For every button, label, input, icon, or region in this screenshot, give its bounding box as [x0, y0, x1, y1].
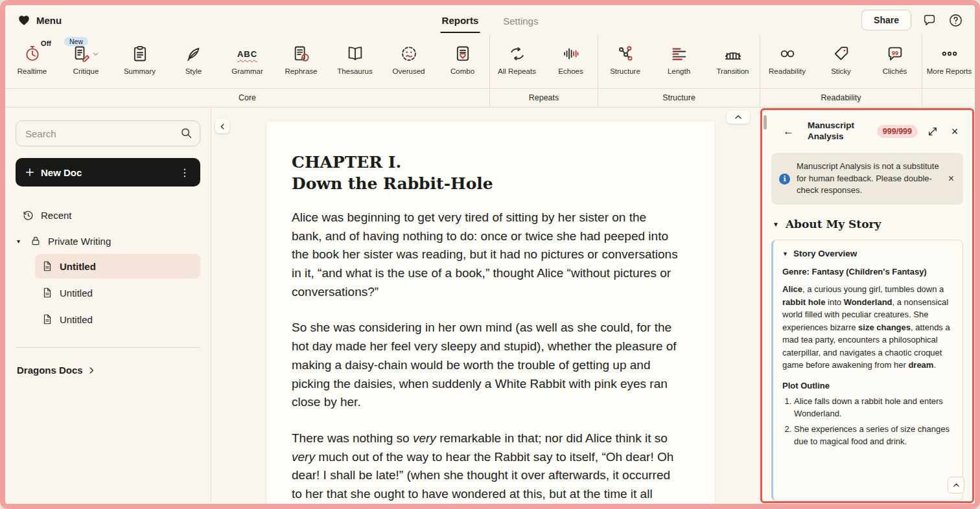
toolbar-item-more-reports[interactable]: More Reports: [922, 43, 976, 75]
toolbar-item-style[interactable]: Style: [167, 43, 220, 75]
caret-down-icon[interactable]: ▾: [17, 238, 23, 245]
toolbar-item-transition[interactable]: Transition: [706, 43, 760, 75]
search-icon[interactable]: [180, 126, 193, 142]
doc-item-untitled-2[interactable]: Untitled: [35, 280, 200, 305]
expand-icon[interactable]: [926, 124, 940, 139]
group-caption-core: Core: [5, 88, 489, 107]
feedback-bubble-icon[interactable]: [922, 12, 937, 28]
sidebar-item-recent[interactable]: Recent: [16, 202, 200, 228]
about-my-story-section[interactable]: ▼ About My Story: [773, 218, 962, 231]
app-logo-icon: [17, 13, 31, 27]
chevron-up-icon: [734, 113, 743, 122]
chevron-up-icon: [952, 481, 961, 490]
plot-item: Alice falls down a rabbit hole and enter…: [794, 396, 953, 420]
back-icon[interactable]: ←: [783, 125, 797, 138]
sidebar-divider: [16, 347, 200, 348]
quote-bubble-icon: 99: [886, 43, 904, 64]
history-icon: [22, 209, 34, 221]
caret-down-icon: ▼: [773, 221, 779, 228]
bridge-icon: [724, 43, 742, 64]
new-doc-button[interactable]: New Doc ⋮: [16, 158, 200, 187]
caret-down-icon: ▼: [782, 251, 788, 257]
toolbar-group-repeats: All Repeats Echoes Repeats: [490, 35, 598, 107]
app-window: Menu Reports Settings Share Off Realtime: [0, 0, 980, 509]
menu-button[interactable]: Menu: [17, 13, 62, 27]
toolbar-item-summary[interactable]: Summary: [113, 43, 167, 75]
clipboard-icon: [131, 43, 149, 64]
help-icon[interactable]: [948, 12, 963, 28]
toolbar-item-readability[interactable]: Readability: [760, 43, 814, 75]
info-icon: i: [779, 174, 790, 185]
toolbar-item-thesaurus[interactable]: Thesaurus: [328, 43, 382, 75]
toolbar-item-realtime[interactable]: Off Realtime: [5, 43, 59, 75]
doc-item-untitled-1[interactable]: Untitled: [35, 254, 200, 278]
repeat-arrows-icon: [508, 43, 526, 64]
search-input[interactable]: [16, 120, 200, 146]
toolbar-group-more: More Reports: [922, 35, 976, 107]
stopwatch-icon: [23, 43, 41, 64]
glasses-icon: [778, 43, 797, 64]
sidebar-collapse-button[interactable]: [215, 119, 229, 133]
toolbar-group-core: Off Realtime New Critique Summary: [5, 35, 490, 107]
new-doc-menu-icon[interactable]: ⋮: [178, 166, 191, 179]
toolbar-group-structure: Structure Length Transition Structure: [598, 35, 760, 107]
group-caption-repeats: Repeats: [490, 88, 598, 107]
plot-outline-list: Alice falls down a rabbit hole and enter…: [782, 396, 953, 448]
toolbar-item-structure[interactable]: Structure: [598, 43, 652, 75]
panel-scrollbar-thumb[interactable]: [764, 115, 767, 130]
panel-title: Manuscript Analysis: [808, 120, 867, 142]
header-actions: Share: [861, 10, 963, 30]
group-caption-more: [922, 88, 976, 107]
toolbar-item-overused[interactable]: Overused: [382, 43, 436, 75]
toolbar-item-cliches[interactable]: 99 Clichés: [868, 43, 922, 75]
group-caption-readability: Readability: [760, 88, 922, 107]
doc-item-untitled-3[interactable]: Untitled: [35, 307, 200, 332]
rephrase-icon: [292, 43, 310, 64]
file-icon: [41, 313, 53, 325]
toolbar-item-length[interactable]: Length: [652, 43, 706, 75]
quill-icon: [185, 43, 203, 64]
three-dots-icon: [940, 43, 959, 64]
toolbar-item-rephrase[interactable]: Rephrase: [274, 43, 328, 75]
toolbar-item-echoes[interactable]: Echoes: [544, 43, 598, 75]
paragraph: So she was considering in her own mind (…: [292, 319, 678, 411]
document-page[interactable]: CHAPTER I. Down the Rabbit-Hole Alice wa…: [267, 122, 714, 506]
share-button[interactable]: Share: [861, 10, 911, 30]
toolbar-item-sticky[interactable]: Sticky: [814, 43, 868, 75]
length-bars-icon: [670, 43, 688, 64]
sidebar-nav: Recent ▾ Private Writing Untitled Untitl…: [16, 202, 200, 332]
tab-reports[interactable]: Reports: [441, 7, 480, 33]
manuscript-analysis-panel: ← Manuscript Analysis 999/999 × i Manusc…: [760, 108, 974, 503]
story-overview-header[interactable]: ▼ Story Overview: [782, 249, 953, 258]
menu-label: Menu: [36, 15, 62, 26]
toolbar-item-combo[interactable]: Combo: [436, 43, 489, 75]
panel-close-icon[interactable]: ×: [948, 124, 962, 139]
disclaimer-notice: i Manuscript Analysis is not a substitut…: [771, 153, 963, 205]
toolbar-item-critique[interactable]: New Critique: [59, 43, 113, 75]
tab-settings[interactable]: Settings: [502, 8, 539, 32]
dragons-docs-link[interactable]: Dragons Docs: [16, 365, 200, 376]
document-sidebar: New Doc ⋮ Recent ▾ Private Writing Untit…: [5, 107, 211, 504]
panel-header: ← Manuscript Analysis 999/999 ×: [773, 120, 962, 142]
critique-new-badge: New: [64, 37, 88, 46]
chapter-title: CHAPTER I. Down the Rabbit-Hole: [292, 152, 678, 194]
chevron-down-icon: [92, 51, 99, 58]
credits-badge: 999/999: [877, 125, 918, 138]
nodes-icon: [616, 43, 635, 64]
notice-close-icon[interactable]: ×: [947, 173, 955, 185]
file-icon: [41, 287, 53, 299]
toolbar-item-grammar[interactable]: ABC Grammar: [220, 43, 274, 75]
lock-icon: [30, 235, 41, 247]
open-book-icon: [346, 43, 364, 64]
editor-area: CHAPTER I. Down the Rabbit-Hole Alice wa…: [211, 107, 760, 504]
grammar-abc-icon: ABC: [237, 43, 257, 64]
header-tabs: Reports Settings: [441, 5, 540, 35]
toolbar-item-all-repeats[interactable]: All Repeats: [490, 43, 544, 75]
file-icon: [41, 260, 53, 272]
story-overview-text: Alice, a curious young girl, tumbles dow…: [782, 283, 953, 372]
sidebar-item-private-writing[interactable]: ▾ Private Writing: [16, 228, 200, 254]
scroll-top-button[interactable]: [727, 111, 750, 124]
panel-scroll-up-button[interactable]: [948, 477, 964, 493]
doc-heart-icon: [454, 43, 472, 64]
tag-icon: [832, 43, 850, 64]
